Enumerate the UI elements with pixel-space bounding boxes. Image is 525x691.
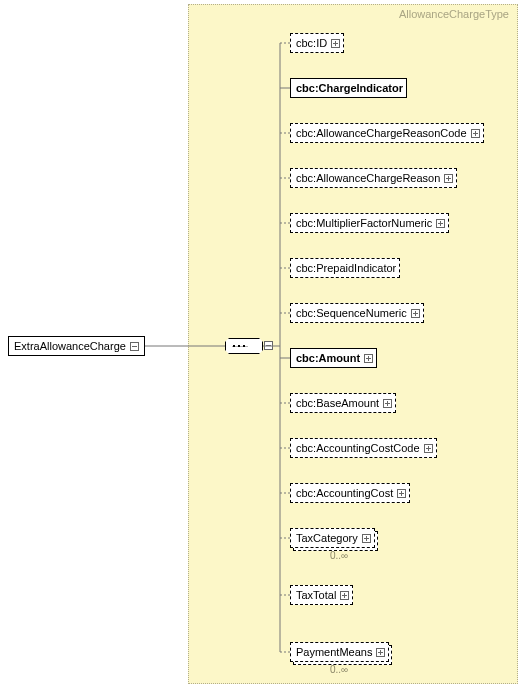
child-element[interactable]: cbc:PrepaidIndicator	[290, 258, 400, 278]
child-element-label: cbc:AllowanceChargeReason	[296, 173, 440, 184]
child-element[interactable]: cbc:AllowanceChargeReasonCode	[290, 123, 484, 143]
occurrence-label: 0..∞	[330, 664, 348, 675]
type-group-title: AllowanceChargeType	[399, 8, 509, 20]
child-element-label: cbc:AccountingCost	[296, 488, 393, 499]
occurrence-label: 0..∞	[330, 550, 348, 561]
child-element[interactable]: cbc:AllowanceChargeReason	[290, 168, 457, 188]
expand-icon[interactable]	[397, 489, 406, 498]
collapse-icon[interactable]	[130, 342, 139, 351]
child-element-label: cbc:MultiplierFactorNumeric	[296, 218, 432, 229]
diagram-canvas: { "group_title": "AllowanceChargeType", …	[0, 0, 525, 691]
child-element-label: cbc:ID	[296, 38, 327, 49]
child-element[interactable]: cbc:BaseAmount	[290, 393, 396, 413]
child-element[interactable]: cbc:MultiplierFactorNumeric	[290, 213, 449, 233]
expand-icon[interactable]	[436, 219, 445, 228]
expand-icon[interactable]	[376, 648, 385, 657]
child-element[interactable]: cbc:AccountingCost	[290, 483, 410, 503]
child-element[interactable]: cbc:Amount	[290, 348, 377, 368]
child-element-label: cbc:PrepaidIndicator	[296, 263, 396, 274]
child-element-label: cbc:AccountingCostCode	[296, 443, 420, 454]
expand-icon[interactable]	[444, 174, 453, 183]
expand-icon[interactable]	[424, 444, 433, 453]
child-element[interactable]: TaxCategory	[290, 528, 375, 548]
child-element-label: cbc:ChargeIndicator	[296, 83, 403, 94]
child-element[interactable]: TaxTotal	[290, 585, 353, 605]
child-element-label: cbc:SequenceNumeric	[296, 308, 407, 319]
expand-icon[interactable]	[331, 39, 340, 48]
child-element[interactable]: cbc:ChargeIndicator	[290, 78, 407, 98]
child-element-label: TaxTotal	[296, 590, 336, 601]
expand-icon[interactable]	[340, 591, 349, 600]
expand-icon[interactable]	[471, 129, 480, 138]
child-element-label: cbc:AllowanceChargeReasonCode	[296, 128, 467, 139]
expand-icon[interactable]	[364, 354, 373, 363]
child-element-label: cbc:BaseAmount	[296, 398, 379, 409]
child-element[interactable]: cbc:SequenceNumeric	[290, 303, 424, 323]
expand-icon[interactable]	[411, 309, 420, 318]
child-element[interactable]: cbc:AccountingCostCode	[290, 438, 437, 458]
expand-icon[interactable]	[383, 399, 392, 408]
collapse-icon[interactable]	[264, 341, 273, 350]
child-element[interactable]: cbc:ID	[290, 33, 344, 53]
child-element-label: cbc:Amount	[296, 353, 360, 364]
child-element-label: TaxCategory	[296, 533, 358, 544]
child-element[interactable]: PaymentMeans	[290, 642, 389, 662]
root-element-label: ExtraAllowanceCharge	[14, 340, 126, 352]
expand-icon[interactable]	[362, 534, 371, 543]
root-element[interactable]: ExtraAllowanceCharge	[8, 336, 145, 356]
sequence-compositor[interactable]	[225, 338, 263, 354]
child-element-label: PaymentMeans	[296, 647, 372, 658]
